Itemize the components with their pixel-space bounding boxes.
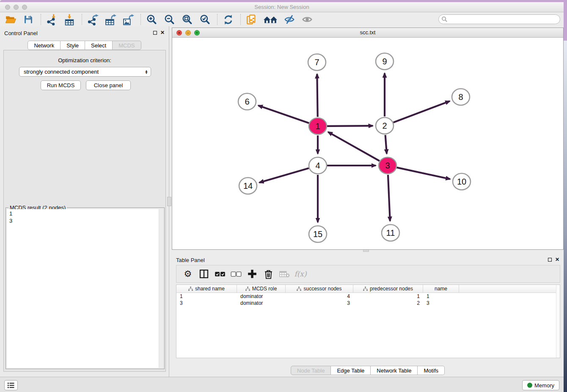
graph-edge-1-7[interactable]	[317, 74, 317, 117]
tab-edge-table[interactable]: Edge Table	[331, 366, 371, 375]
node-table: shared nameMCDS rolesuccessor nodesprede…	[176, 284, 560, 358]
graph-node-3[interactable]: 3	[379, 157, 396, 174]
function-builder-button[interactable]: f(x)	[294, 268, 307, 280]
graph-node-15[interactable]: 15	[309, 226, 327, 243]
table-tabs: Node TableEdge TableNetwork TableMotifs	[172, 366, 564, 375]
vertical-splitter-handle[interactable]	[167, 197, 171, 206]
tab-style[interactable]: Style	[61, 41, 85, 50]
zoom-out-icon	[164, 14, 175, 25]
toolbar-separator	[240, 14, 241, 25]
table-scrollbar[interactable]	[556, 285, 560, 358]
open-session-button[interactable]	[4, 13, 17, 26]
delete-column-button[interactable]	[262, 268, 275, 280]
home-icon	[263, 14, 278, 25]
graph-node-7[interactable]: 7	[308, 54, 326, 71]
column-header-MCDS-role[interactable]: MCDS role	[237, 285, 286, 293]
tab-mcds[interactable]: MCDS	[113, 41, 141, 50]
eye-icon	[302, 14, 313, 25]
column-header-predecessor-nodes[interactable]: predecessor nodes	[353, 285, 423, 293]
deselect-all-button[interactable]	[230, 268, 242, 280]
close-panel-button[interactable]: Close panel	[86, 80, 131, 90]
graph-edge-4-14[interactable]	[259, 168, 309, 182]
graph-edge-3-10[interactable]	[396, 168, 450, 179]
search-icon	[441, 16, 448, 22]
memory-button[interactable]: Memory	[522, 380, 559, 390]
table-panel: Table Panel ✕ ⚙	[172, 253, 564, 377]
toolbar-separator	[140, 14, 141, 25]
graph-node-9[interactable]: 9	[376, 53, 394, 70]
mcds-result-text[interactable]: 1 3	[7, 209, 159, 368]
graph-node-11[interactable]: 11	[382, 225, 399, 241]
tab-network-table[interactable]: Network Table	[371, 366, 418, 375]
float-panel-icon[interactable]	[152, 30, 158, 36]
columns-icon	[199, 269, 209, 279]
sort-hierarchy-icon	[188, 287, 193, 291]
zoom-selected-button[interactable]	[198, 13, 211, 26]
clone-network-button[interactable]	[245, 13, 258, 26]
zoom-fit-button[interactable]	[181, 13, 193, 26]
tab-network[interactable]: Network	[28, 41, 61, 50]
column-header-shared-name[interactable]: shared name	[176, 285, 237, 293]
graph-edge-1-6[interactable]	[258, 105, 309, 123]
task-history-button[interactable]	[4, 380, 18, 390]
main-toolbar	[0, 12, 564, 27]
search-input[interactable]	[448, 16, 560, 23]
graph-edge-1-2[interactable]	[327, 126, 373, 126]
zoom-in-button[interactable]	[145, 13, 158, 26]
refresh-button[interactable]	[222, 13, 234, 26]
graph-node-8[interactable]: 8	[452, 89, 470, 105]
show-panels-button[interactable]	[301, 13, 314, 26]
column-header-successor-nodes[interactable]: successor nodes	[286, 285, 353, 293]
tab-motifs[interactable]: Motifs	[418, 366, 445, 375]
table-row[interactable]: 3dominator323	[176, 300, 560, 306]
tab-select[interactable]: Select	[85, 41, 113, 50]
import-table-button[interactable]	[63, 13, 76, 26]
optimization-criterion-select[interactable]: strongly connected component ▲▼	[19, 67, 151, 77]
column-header-label: shared name	[195, 286, 225, 292]
graph-edge-3-11[interactable]	[388, 175, 390, 221]
export-image-button[interactable]	[122, 13, 135, 26]
save-session-button[interactable]	[22, 13, 35, 26]
network-canvas[interactable]: 7968124314101511	[172, 38, 563, 249]
graph-node-10[interactable]: 10	[453, 174, 471, 190]
result-scrollbar[interactable]	[159, 209, 163, 368]
graph-node-2[interactable]: 2	[376, 118, 394, 134]
mcds-result-group: MCDS result (2 nodes) 1 3	[6, 207, 165, 369]
graph-edge-2-3[interactable]	[385, 135, 387, 154]
hide-panels-button[interactable]	[283, 13, 296, 26]
run-mcds-button[interactable]: Run MCDS	[41, 80, 81, 90]
search-box[interactable]	[438, 14, 560, 24]
close-table-panel-icon[interactable]: ✕	[554, 257, 560, 262]
graph-node-1[interactable]: 1	[309, 118, 327, 135]
graph-node-label: 2	[382, 121, 387, 130]
import-network-button[interactable]	[45, 13, 58, 26]
cell: dominator	[237, 293, 286, 300]
toolbar-separator	[41, 14, 41, 25]
graph-node-14[interactable]: 14	[239, 178, 257, 194]
export-table-button[interactable]	[104, 13, 117, 26]
create-column-button[interactable]	[246, 268, 259, 280]
column-header-name[interactable]: name	[423, 285, 459, 293]
select-all-button[interactable]	[214, 268, 226, 280]
cell: 3	[423, 300, 459, 306]
table-settings-button[interactable]: ⚙	[182, 268, 194, 280]
tab-node-table[interactable]: Node Table	[291, 366, 331, 375]
table-row[interactable]: 1dominator411	[176, 293, 560, 300]
graph-node-4[interactable]: 4	[309, 157, 327, 174]
export-network-button[interactable]	[86, 13, 99, 26]
memory-label: Memory	[534, 382, 554, 389]
graph-node-6[interactable]: 6	[238, 94, 256, 110]
home-layout-button[interactable]	[263, 13, 278, 26]
graph-node-label: 3	[385, 161, 390, 170]
graph-edge-2-8[interactable]	[394, 101, 450, 122]
network-view-window: ✕ − + scc.txt 7968124314101511	[172, 28, 564, 250]
show-columns-button[interactable]	[198, 268, 210, 280]
float-table-panel-icon[interactable]	[547, 257, 553, 262]
close-panel-icon[interactable]: ✕	[160, 30, 165, 36]
graph-edge-3-1[interactable]	[328, 132, 379, 161]
control-panel-tabs: NetworkStyleSelectMCDS	[0, 41, 169, 50]
graph-node-label: 6	[245, 97, 249, 106]
column-header-label: MCDS role	[252, 286, 277, 292]
delete-table-button[interactable]	[278, 268, 291, 280]
zoom-out-button[interactable]	[163, 13, 176, 26]
